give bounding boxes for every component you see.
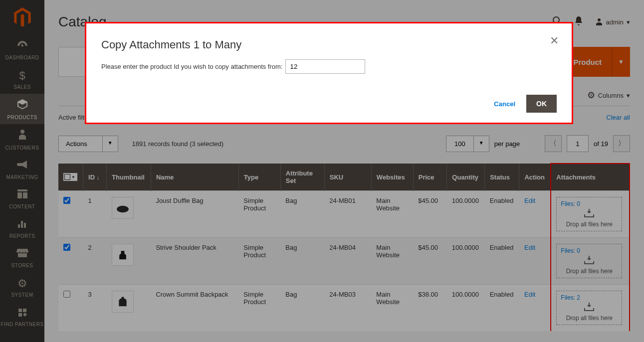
modal-title: Copy Attachments 1 to Many: [101, 38, 557, 51]
cancel-button[interactable]: Cancel: [494, 100, 515, 108]
ok-button[interactable]: OK: [526, 95, 557, 113]
copy-attachments-modal: ✕ Copy Attachments 1 to Many Please ente…: [85, 22, 573, 124]
product-id-input[interactable]: [285, 59, 365, 74]
close-icon[interactable]: ✕: [550, 34, 559, 47]
modal-prompt: Please enter the product Id you wish to …: [101, 63, 282, 70]
